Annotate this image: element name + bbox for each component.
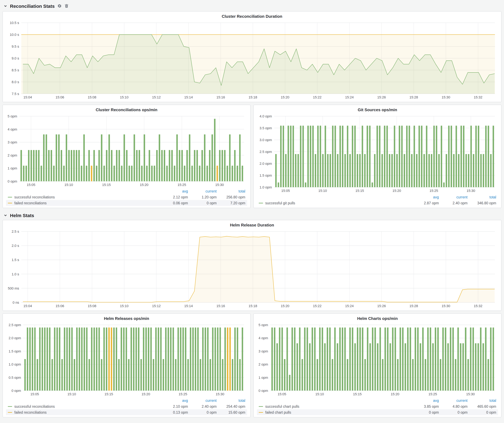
legend-series-name[interactable]: failed reconciliations bbox=[14, 410, 47, 414]
svg-text:15:20: 15:20 bbox=[391, 392, 399, 396]
svg-text:15:25: 15:25 bbox=[430, 189, 438, 193]
legend-header-total[interactable]: total bbox=[468, 399, 496, 402]
legend-row: successful chart pulls3.85 opm4.80 opm46… bbox=[257, 403, 498, 409]
svg-text:15:20: 15:20 bbox=[281, 95, 289, 99]
legend-header-avg[interactable]: avg bbox=[410, 195, 439, 199]
panel-title[interactable]: Helm Charts ops/min bbox=[256, 315, 499, 322]
svg-text:15:15: 15:15 bbox=[102, 183, 111, 187]
panel-title[interactable]: Cluster Reconciliation Duration bbox=[5, 13, 499, 20]
cluster-reconciliations-ops-chart[interactable]: 15:0515:1015:1515:2015:2515:300 opm1 opm… bbox=[5, 114, 248, 188]
legend-value: 465.60 opm bbox=[468, 405, 496, 408]
svg-text:2.5 opm: 2.5 opm bbox=[259, 150, 272, 154]
legend-header-total[interactable]: total bbox=[217, 399, 245, 402]
chevron-down-icon[interactable] bbox=[4, 213, 7, 217]
legend-header-current[interactable]: current bbox=[188, 189, 217, 193]
legend-header-avg[interactable]: avg bbox=[159, 189, 188, 193]
chevron-down-icon[interactable] bbox=[4, 4, 7, 8]
series-color-marker[interactable] bbox=[259, 412, 263, 412]
section-header-reconciliation-stats: Reconciliation Stats bbox=[2, 1, 502, 11]
legend-row: successful reconciliations2.12 opm1.20 o… bbox=[6, 194, 247, 200]
svg-text:15:12: 15:12 bbox=[152, 95, 161, 99]
legend-series-name[interactable]: successful reconciliations bbox=[14, 195, 55, 199]
svg-text:15:08: 15:08 bbox=[88, 304, 96, 308]
panel-title[interactable]: Helm Releases ops/min bbox=[5, 315, 248, 322]
svg-text:15:05: 15:05 bbox=[30, 392, 39, 396]
svg-text:4 opm: 4 opm bbox=[8, 127, 17, 131]
svg-text:15:05: 15:05 bbox=[27, 183, 35, 187]
legend-value: 254.40 opm bbox=[217, 405, 245, 408]
svg-text:9.5 s: 9.5 s bbox=[12, 45, 19, 48]
svg-text:15:10: 15:10 bbox=[120, 304, 128, 308]
series-color-marker[interactable] bbox=[8, 406, 12, 407]
panel-cluster-reconciliation-duration: Cluster Reconciliation Duration 15:0415:… bbox=[2, 11, 502, 102]
panel-helm-charts-ops: Helm Charts ops/min 15:0515:1015:1515:20… bbox=[253, 313, 502, 417]
legend-header-total[interactable]: total bbox=[468, 195, 496, 199]
svg-text:15:10: 15:10 bbox=[67, 392, 76, 396]
svg-text:15:30: 15:30 bbox=[442, 304, 450, 308]
svg-text:7.5 s: 7.5 s bbox=[12, 92, 19, 96]
svg-text:15:16: 15:16 bbox=[216, 95, 225, 99]
git-sources-ops-chart[interactable]: 15:0515:1015:1515:2015:2515:301.0 opm1.5… bbox=[256, 114, 499, 194]
svg-text:1.5 s: 1.5 s bbox=[12, 258, 19, 262]
legend-header-avg[interactable]: avg bbox=[410, 399, 439, 402]
svg-text:15:15: 15:15 bbox=[105, 392, 113, 396]
legend-series-name[interactable]: failed reconciliations bbox=[14, 201, 47, 205]
svg-text:15:20: 15:20 bbox=[140, 183, 148, 187]
legend-header-avg[interactable]: avg bbox=[159, 399, 188, 402]
svg-text:15:26: 15:26 bbox=[377, 304, 386, 308]
panel-title[interactable]: Git Sources ops/min bbox=[256, 106, 499, 114]
legend: avgcurrenttotalsuccessful chart pulls3.8… bbox=[256, 397, 499, 415]
svg-text:2.5 opm: 2.5 opm bbox=[9, 323, 21, 327]
trash-icon[interactable] bbox=[65, 4, 69, 8]
svg-text:9.0 s: 9.0 s bbox=[12, 56, 19, 60]
svg-text:15:20: 15:20 bbox=[142, 392, 150, 396]
series-color-marker[interactable] bbox=[8, 412, 12, 412]
svg-text:1 opm: 1 opm bbox=[258, 376, 268, 380]
section-title[interactable]: Reconciliation Stats bbox=[10, 3, 55, 9]
helm-release-duration-chart[interactable]: 15:0415:0615:0815:1015:1215:1415:1615:18… bbox=[5, 229, 499, 309]
svg-text:2.0 opm: 2.0 opm bbox=[9, 336, 21, 340]
legend-header-row: avgcurrenttotal bbox=[257, 398, 498, 403]
svg-text:500 ms: 500 ms bbox=[8, 286, 19, 290]
gear-icon[interactable] bbox=[58, 4, 62, 8]
legend: avgcurrenttotalsuccessful reconciliation… bbox=[5, 397, 248, 415]
legend-value: 0 opm bbox=[188, 410, 217, 414]
svg-text:1.0 opm: 1.0 opm bbox=[9, 362, 21, 366]
panel-title[interactable]: Cluster Reconciliations ops/min bbox=[5, 106, 248, 114]
section-title[interactable]: Helm Stats bbox=[10, 213, 34, 218]
legend: avgcurrenttotalsuccessful git pulls2.87 … bbox=[256, 194, 499, 206]
legend-series-name[interactable]: successful chart pulls bbox=[265, 405, 299, 408]
series-color-marker[interactable] bbox=[259, 203, 263, 203]
svg-text:15:10: 15:10 bbox=[318, 189, 327, 193]
legend-header-current[interactable]: current bbox=[439, 195, 468, 199]
legend-header-current[interactable]: current bbox=[439, 399, 468, 402]
svg-text:15:05: 15:05 bbox=[277, 392, 286, 396]
svg-text:0.5 opm: 0.5 opm bbox=[9, 376, 21, 380]
legend-value: 0 opm bbox=[188, 201, 217, 205]
svg-text:15:28: 15:28 bbox=[409, 304, 418, 308]
legend-value: 2.40 opm bbox=[188, 405, 217, 408]
legend-value: 0.13 opm bbox=[159, 410, 188, 414]
series-color-marker[interactable] bbox=[8, 197, 12, 197]
panel-helm-releases-ops: Helm Releases ops/min 15:0515:1015:1515:… bbox=[2, 313, 251, 417]
legend-series-name[interactable]: successful git pulls bbox=[265, 201, 295, 205]
legend-series-name[interactable]: failed chart pulls bbox=[265, 410, 291, 414]
svg-text:15:30: 15:30 bbox=[216, 392, 224, 396]
legend-value: 7.20 opm bbox=[217, 201, 245, 205]
legend-header-total[interactable]: total bbox=[217, 189, 245, 193]
helm-releases-ops-chart[interactable]: 15:0515:1015:1515:2015:2515:300 opm0.5 o… bbox=[5, 322, 248, 397]
legend-series-name[interactable]: successful reconciliations bbox=[14, 405, 55, 408]
svg-text:15:26: 15:26 bbox=[377, 95, 386, 99]
panel-title[interactable]: Helm Release Duration bbox=[5, 222, 499, 229]
legend-header-current[interactable]: current bbox=[188, 399, 217, 402]
legend-header-row: avgcurrenttotal bbox=[257, 194, 498, 200]
series-color-marker[interactable] bbox=[259, 406, 263, 407]
panel-helm-release-duration: Helm Release Duration 15:0415:0615:0815:… bbox=[2, 220, 502, 311]
svg-text:15:22: 15:22 bbox=[313, 95, 322, 99]
svg-text:0 opm: 0 opm bbox=[8, 179, 17, 183]
cluster-reconciliation-duration-chart[interactable]: 15:0415:0615:0815:1015:1215:1415:1615:18… bbox=[5, 20, 499, 100]
series-color-marker[interactable] bbox=[8, 203, 12, 203]
svg-text:10.5 s: 10.5 s bbox=[10, 21, 19, 25]
svg-text:15:14: 15:14 bbox=[184, 95, 193, 99]
helm-charts-ops-chart[interactable]: 15:0515:1015:1515:2015:2515:300 opm1 opm… bbox=[256, 322, 499, 397]
